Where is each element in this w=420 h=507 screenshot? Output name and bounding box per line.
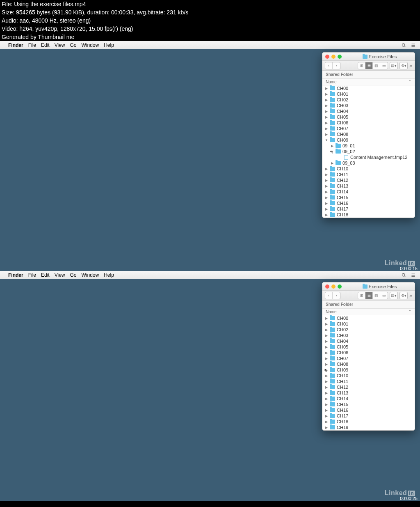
folder-row[interactable]: ▶CH00 [322, 85, 415, 91]
folder-row[interactable]: ▶CH13 [322, 390, 415, 396]
folder-row[interactable]: ▶CH16 [322, 407, 415, 413]
folder-row[interactable]: ▶CH08 [322, 131, 415, 137]
menu-view[interactable]: View [55, 272, 65, 278]
folder-row[interactable]: ▶CH17 [322, 206, 415, 212]
disclosure-triangle-icon[interactable]: ▶ [325, 104, 328, 108]
disclosure-triangle-icon[interactable]: ▶ [325, 87, 328, 90]
menu-help[interactable]: Help [104, 42, 114, 48]
toolbar-overflow[interactable]: » [409, 293, 412, 298]
disclosure-triangle-icon[interactable]: ▶ [325, 98, 328, 102]
minimize-button[interactable] [331, 284, 336, 289]
disclosure-triangle-icon[interactable]: ▶ [325, 362, 328, 366]
folder-row[interactable]: ▶CH02 [322, 97, 415, 103]
menu-view[interactable]: View [55, 42, 65, 48]
disclosure-triangle-icon[interactable]: ▶ [325, 121, 328, 125]
back-button[interactable]: ‹ [325, 292, 333, 299]
folder-row[interactable]: ▼CH09 [322, 137, 415, 143]
menu-go[interactable]: Go [70, 272, 77, 278]
disclosure-triangle-icon[interactable]: ▶ [325, 115, 328, 119]
folder-row[interactable]: ▶CH01 [322, 91, 415, 97]
folder-row[interactable]: ▶CH15 [322, 195, 415, 200]
folder-row[interactable]: ▶CH02 [322, 327, 415, 333]
disclosure-triangle-icon[interactable]: ▶ [325, 213, 328, 217]
close-button[interactable] [325, 55, 329, 59]
folder-row[interactable]: ▶CH17 [322, 413, 415, 419]
folder-row[interactable]: ▶CH07 [322, 356, 415, 361]
disclosure-triangle-icon[interactable]: ▶ [325, 374, 328, 378]
disclosure-triangle-icon[interactable]: ▶ [325, 207, 328, 211]
folder-row[interactable]: ▶CH04 [322, 338, 415, 344]
zoom-button[interactable] [338, 284, 342, 289]
disclosure-triangle-icon[interactable]: ▶ [325, 345, 328, 349]
disclosure-triangle-icon[interactable]: ▶ [331, 161, 334, 165]
folder-row[interactable]: ▶CH08 [322, 361, 415, 367]
disclosure-triangle-icon[interactable]: ▶ [325, 380, 328, 383]
folder-row[interactable]: ▶CH14 [322, 396, 415, 401]
disclosure-triangle-icon[interactable]: ▶ [325, 127, 328, 131]
folder-row[interactable]: ▶CH04 [322, 108, 415, 114]
disclosure-triangle-icon[interactable]: ▶ [325, 414, 328, 418]
folder-row[interactable]: ▶CH15 [322, 401, 415, 407]
folder-row[interactable]: ▶CH13 [322, 183, 415, 189]
disclosure-triangle-icon[interactable]: ▶ [325, 196, 328, 200]
menu-file[interactable]: File [28, 272, 36, 278]
disclosure-triangle-icon[interactable]: ▶ [325, 334, 328, 337]
toolbar-overflow[interactable]: » [409, 63, 412, 69]
action-button[interactable]: ⚙▾ [400, 62, 407, 69]
folder-row[interactable]: ▶CH12 [322, 384, 415, 390]
menu-list-icon[interactable] [411, 273, 416, 278]
app-menu[interactable]: Finder [8, 272, 23, 278]
folder-row[interactable]: ▶CH10 [322, 166, 415, 172]
view-icons-button[interactable]: ⊞ [358, 292, 365, 299]
disclosure-triangle-icon[interactable]: ▶ [325, 391, 328, 395]
disclosure-triangle-icon[interactable]: ▶ [325, 202, 328, 205]
menu-edit[interactable]: Edit [41, 272, 50, 278]
disclosure-triangle-icon[interactable]: ▶ [325, 322, 328, 326]
menu-help[interactable]: Help [104, 272, 114, 278]
folder-row[interactable]: ▶CH01 [322, 321, 415, 327]
menu-file[interactable]: File [28, 42, 36, 48]
disclosure-triangle-icon[interactable]: ▶ [325, 184, 328, 188]
folder-row[interactable]: ▶CH18 [322, 419, 415, 424]
folder-row[interactable]: ▶CH14 [322, 189, 415, 195]
column-header[interactable]: Name⌃ [322, 309, 415, 315]
spotlight-icon[interactable] [401, 273, 406, 278]
folder-row[interactable]: ▶CH05 [322, 344, 415, 350]
zoom-button[interactable] [338, 55, 342, 59]
disclosure-triangle-icon[interactable]: ▶ [325, 190, 328, 194]
folder-row[interactable]: ▼09_02↖ [322, 149, 415, 154]
disclosure-triangle-icon[interactable]: ▶ [331, 144, 334, 148]
menu-window[interactable]: Window [82, 42, 99, 48]
view-columns-button[interactable]: ▥ [373, 62, 380, 69]
close-button[interactable] [325, 284, 329, 289]
action-button[interactable]: ⚙▾ [400, 292, 407, 299]
menu-window[interactable]: Window [82, 272, 99, 278]
folder-row[interactable]: ▶CH16 [322, 200, 415, 206]
column-header[interactable]: Name⌃ [322, 79, 415, 85]
disclosure-triangle-icon[interactable]: ▼ [325, 138, 328, 142]
disclosure-triangle-icon[interactable]: ▶ [325, 403, 328, 406]
folder-row[interactable]: ▶09_01 [322, 143, 415, 149]
folder-row[interactable]: ▶CH10 [322, 373, 415, 379]
disclosure-triangle-icon[interactable]: ▶ [325, 133, 328, 136]
disclosure-triangle-icon[interactable]: ▶ [325, 397, 328, 401]
folder-row[interactable]: ▶CH06 [322, 350, 415, 356]
folder-row[interactable]: ▶09_03 [322, 160, 415, 166]
disclosure-triangle-icon[interactable]: ▶ [325, 173, 328, 177]
back-button[interactable]: ‹ [325, 62, 333, 69]
app-menu[interactable]: Finder [8, 42, 23, 48]
view-gallery-button[interactable]: ▭ [380, 62, 388, 69]
view-icons-button[interactable]: ⊞ [358, 62, 365, 69]
folder-row[interactable]: ▶CH12 [322, 177, 415, 183]
folder-row[interactable]: ▶CH06 [322, 120, 415, 126]
disclosure-triangle-icon[interactable]: ▶ [325, 317, 328, 320]
folder-row[interactable]: ▶CH05 [322, 114, 415, 120]
folder-row[interactable]: ▶CH18 [322, 212, 415, 218]
folder-row[interactable]: ▶CH11 [322, 172, 415, 177]
menu-edit[interactable]: Edit [41, 42, 50, 48]
folder-row[interactable]: ▶CH03 [322, 333, 415, 338]
forward-button[interactable]: › [333, 62, 340, 69]
view-list-button[interactable]: ☰ [365, 292, 373, 299]
folder-row[interactable]: ▶CH07 [322, 126, 415, 131]
disclosure-triangle-icon[interactable]: ▶ [325, 426, 328, 429]
